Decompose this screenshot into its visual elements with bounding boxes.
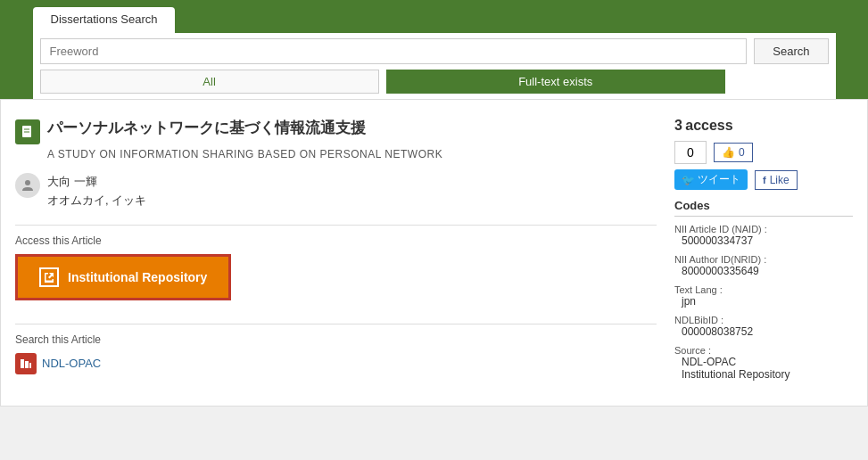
svg-rect-6 — [29, 363, 31, 368]
header: Dissertations Search Search All Full-tex… — [0, 0, 868, 99]
source-value2: Institutional Repository — [674, 368, 853, 381]
author-icon — [15, 173, 40, 198]
article-title-en: A STUDY ON INFORMATION SHARING BASED ON … — [47, 148, 657, 160]
filter-fulltext-button[interactable]: Full-text exists — [386, 70, 725, 94]
textlang-item: Text Lang : jpn — [674, 284, 853, 308]
fb-like-box[interactable]: f Like — [755, 170, 798, 190]
main-content: パーソナルネットワークに基づく情報流通支援 A STUDY ON INFORMA… — [0, 99, 868, 407]
author-name-jp: 大向 一輝 — [47, 173, 146, 192]
divider-2 — [15, 324, 657, 324]
tab-row: Dissertations Search — [33, 7, 836, 33]
search-btn-label: Search — [773, 45, 809, 58]
textlang-label: Text Lang : — [674, 284, 853, 295]
facebook-icon: f — [763, 175, 766, 185]
twitter-icon: 🐦 — [682, 174, 695, 186]
codes-title: Codes — [674, 199, 853, 217]
source-value1: NDL-OPAC — [674, 356, 853, 368]
ndl-link-row: NDL-OPAC — [15, 353, 657, 374]
source-item: Source : NDL-OPAC Institutional Reposito… — [674, 345, 853, 381]
search-article-title: Search this Article — [15, 333, 657, 346]
textlang-value: jpn — [674, 295, 853, 308]
tweet-button[interactable]: 🐦 ツイート — [674, 169, 748, 190]
ndlbbid-label: NDLBibID : — [674, 315, 853, 325]
search-button[interactable]: Search — [754, 38, 828, 64]
search-input[interactable] — [40, 38, 748, 64]
ndlbbid-value: 000008038752 — [674, 325, 853, 338]
naid-value: 500000334737 — [674, 234, 853, 247]
filter-fulltext-label: Full-text exists — [518, 75, 592, 88]
ndlbbid-item: NDLBibID : 000008038752 — [674, 315, 853, 338]
svg-point-3 — [25, 180, 30, 185]
naid-label: NII Article ID (NAID) : — [674, 224, 853, 234]
svg-rect-5 — [25, 361, 29, 368]
ndl-opac-link[interactable]: NDL-OPAC — [42, 357, 101, 370]
count-box: 0 — [674, 141, 707, 164]
author-row: 大向 一輝 オオムカイ, イッキ — [15, 173, 657, 210]
ndl-icon — [15, 353, 37, 374]
article-section: パーソナルネットワークに基づく情報流通支援 A STUDY ON INFORMA… — [15, 118, 657, 388]
external-link-svg — [43, 271, 55, 283]
access-article-title: Access this Article — [15, 234, 657, 247]
advanced-search-link[interactable]: ✓ Advanced Search — [732, 73, 829, 91]
filter-row: All Full-text exists ✓ Advanced Search — [33, 70, 836, 99]
document-icon — [15, 119, 40, 144]
fb-like-label: Like — [770, 174, 789, 186]
filter-all-label: All — [203, 75, 215, 88]
advanced-label: Advanced Search — [744, 73, 829, 86]
access-count: 3 access — [674, 118, 853, 134]
inst-repo-label: Institutional Repository — [68, 270, 207, 284]
institutional-repository-button[interactable]: Institutional Repository — [15, 254, 231, 300]
tab-dissertations[interactable]: Dissertations Search — [33, 7, 176, 33]
article-title-row: パーソナルネットワークに基づく情報流通支援 — [15, 118, 657, 144]
nrid-item: NII Author ID(NRID) : 8000000335649 — [674, 254, 853, 277]
sidebar-panel: 3 access 0 👍 0 🐦 ツイート f Like Codes NII A… — [674, 118, 853, 388]
tab-label: Dissertations Search — [51, 12, 158, 26]
access-count-number: 3 — [674, 118, 682, 133]
thumbsup-icon: 👍 — [722, 146, 735, 159]
external-link-icon — [39, 267, 59, 287]
like-box: 👍 0 — [714, 143, 753, 162]
access-count-label: access — [685, 118, 732, 133]
author-names: 大向 一輝 オオムカイ, イッキ — [47, 173, 146, 210]
social-row: 0 👍 0 — [674, 141, 853, 164]
naid-item: NII Article ID (NAID) : 500000334737 — [674, 224, 853, 247]
source-label: Source : — [674, 345, 853, 356]
like-count: 0 — [739, 146, 745, 159]
nrid-value: 8000000335649 — [674, 265, 853, 277]
divider-1 — [15, 225, 657, 226]
search-row: Search — [33, 33, 836, 70]
tweet-label: ツイート — [698, 172, 740, 187]
codes-section: Codes NII Article ID (NAID) : 5000003347… — [674, 199, 853, 381]
document-svg — [21, 125, 35, 139]
article-title-jp: パーソナルネットワークに基づく情報流通支援 — [47, 118, 366, 139]
checkmark-icon: ✓ — [732, 73, 741, 86]
nrid-label: NII Author ID(NRID) : — [674, 254, 853, 265]
ndl-svg — [20, 357, 32, 370]
filter-all-button[interactable]: All — [40, 70, 379, 94]
svg-rect-4 — [21, 359, 24, 368]
author-name-roman: オオムカイ, イッキ — [47, 192, 146, 210]
person-svg — [21, 178, 35, 193]
social-action-row: 🐦 ツイート f Like — [674, 169, 853, 190]
